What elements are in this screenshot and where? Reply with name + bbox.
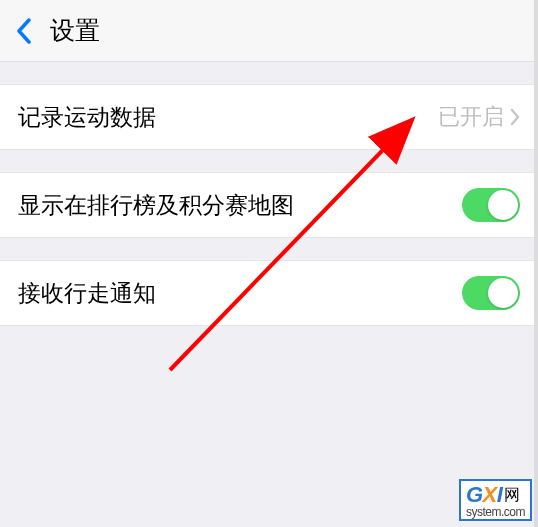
toggle-walk-notification[interactable] [462, 276, 520, 310]
watermark: GXI网 system.com [459, 479, 532, 521]
back-icon[interactable] [16, 18, 32, 44]
row-value: 已开启 [438, 102, 504, 132]
chevron-right-icon [510, 108, 520, 126]
section-spacer [0, 238, 538, 260]
row-label: 显示在排行榜及积分赛地图 [18, 190, 462, 221]
row-leaderboard-map: 显示在排行榜及积分赛地图 [0, 172, 538, 238]
row-label: 记录运动数据 [18, 102, 438, 133]
section-spacer [0, 150, 538, 172]
page-title: 设置 [50, 14, 100, 47]
header: 设置 [0, 0, 538, 62]
row-record-motion-data[interactable]: 记录运动数据 已开启 [0, 84, 538, 150]
toggle-leaderboard[interactable] [462, 188, 520, 222]
scrollbar-edge [534, 0, 538, 527]
section-spacer [0, 62, 538, 84]
row-label: 接收行走通知 [18, 278, 462, 309]
row-walk-notification: 接收行走通知 [0, 260, 538, 326]
